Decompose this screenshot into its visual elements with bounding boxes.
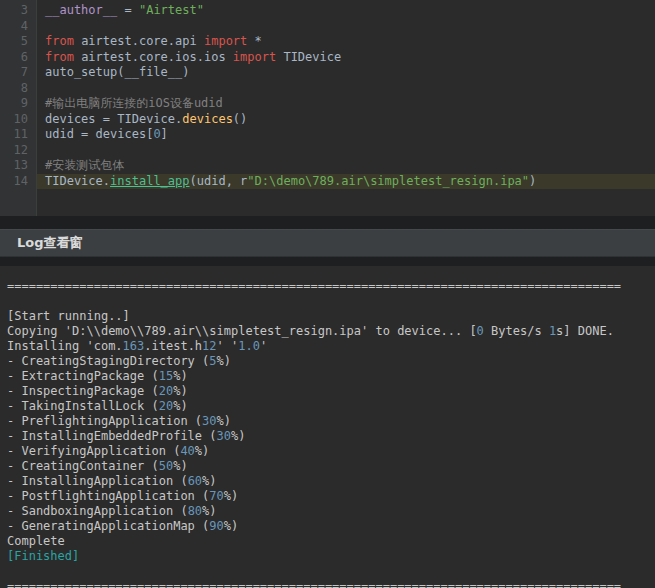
log-token: 30	[202, 414, 216, 428]
log-token: 70	[209, 489, 223, 503]
log-token: %)	[224, 489, 238, 503]
log-token: %)	[195, 444, 209, 458]
log-token: %)	[173, 384, 187, 398]
log-token: '	[260, 339, 267, 353]
log-token: 0	[477, 324, 484, 338]
line-number: 9	[0, 96, 37, 112]
code-token: install_app	[110, 174, 189, 188]
log-token: Copying 'D:\\demo\\789.air\\simpletest_r…	[7, 324, 477, 338]
code-token: TIDevice	[283, 50, 341, 64]
code-token: devices	[182, 112, 233, 126]
line-number: 11	[0, 127, 37, 143]
log-line: Copying 'D:\\demo\\789.air\\simpletest_r…	[7, 324, 655, 339]
log-token: - InstallingApplication (	[7, 474, 188, 488]
log-line: [Start running..]	[7, 309, 655, 324]
log-token: - CreatingContainer (	[7, 459, 159, 473]
log-line	[7, 564, 655, 579]
log-token: - PreflightingApplication (	[7, 414, 202, 428]
code-token: airtest.core.api	[81, 34, 204, 48]
log-token: 12	[202, 339, 216, 353]
code-token: airtest.core.ios.ios	[81, 50, 233, 64]
code-line[interactable]: 9#输出电脑所连接的iOS设备udid	[0, 96, 655, 112]
code-line[interactable]: 3__author__ = "Airtest"	[0, 3, 655, 19]
log-token: 5	[209, 354, 216, 368]
code-token: #安装测试包体	[45, 158, 124, 172]
panel-separator-top	[0, 216, 655, 229]
code-token: #输出电脑所连接的iOS设备udid	[45, 96, 223, 110]
log-output[interactable]: ========================================…	[0, 266, 655, 588]
log-token: 80	[188, 504, 202, 518]
log-line: - InspectingPackage (20%)	[7, 384, 655, 399]
log-token: 30	[217, 429, 231, 443]
code-lines: 3__author__ = "Airtest"45from airtest.co…	[0, 3, 655, 189]
line-number: 12	[0, 143, 37, 159]
code-line[interactable]: 5from airtest.core.api import *	[0, 34, 655, 50]
log-token: .itest.h	[144, 339, 202, 353]
log-line: - SandboxingApplication (80%)	[7, 504, 655, 519]
log-token: 163	[123, 339, 145, 353]
log-token: %)	[217, 354, 231, 368]
log-line: - CreatingContainer (50%)	[7, 459, 655, 474]
code-line[interactable]: 7auto_setup(__file__)	[0, 65, 655, 81]
code-text	[37, 81, 655, 97]
log-token: - CreatingStagingDirectory (	[7, 354, 209, 368]
log-panel-title: Log查看窗	[17, 234, 83, 252]
code-line[interactable]: 6from airtest.core.ios.ios import TIDevi…	[0, 50, 655, 66]
log-line: - GeneratingApplicationMap (90%)	[7, 519, 655, 534]
code-line[interactable]: 12	[0, 143, 655, 159]
line-number: 4	[0, 19, 37, 35]
log-line: - VerifyingApplication (40%)	[7, 444, 655, 459]
code-text: auto_setup(__file__)	[37, 65, 655, 81]
log-token: - InspectingPackage (	[7, 384, 159, 398]
code-token: 0	[153, 127, 160, 141]
log-line: Complete	[7, 534, 655, 549]
line-number: 8	[0, 81, 37, 97]
log-token: %)	[224, 519, 238, 533]
log-token: 15	[159, 369, 173, 383]
log-token: - ExtractingPackage (	[7, 369, 159, 383]
code-token: auto_setup(__file__)	[45, 65, 190, 79]
line-number: 3	[0, 3, 37, 19]
code-token: import	[233, 50, 284, 64]
log-token: - TakingInstallLock (	[7, 399, 159, 413]
log-token: 20	[159, 384, 173, 398]
log-token: %)	[173, 369, 187, 383]
line-number: 7	[0, 65, 37, 81]
code-text: __author__ = "Airtest"	[37, 3, 655, 19]
log-token: %)	[231, 429, 245, 443]
log-token: %)	[173, 399, 187, 413]
log-line: - ExtractingPackage (15%)	[7, 369, 655, 384]
code-line[interactable]: 4	[0, 19, 655, 35]
code-line[interactable]: 8	[0, 81, 655, 97]
log-line: Installing 'com.163.itest.h12' '1.0'	[7, 339, 655, 354]
code-editor[interactable]: 3__author__ = "Airtest"45from airtest.co…	[0, 0, 655, 216]
code-text: TIDevice.install_app(udid, r"D:\demo\789…	[37, 174, 655, 190]
code-text: from airtest.core.api import *	[37, 34, 655, 50]
code-token: __author__	[45, 3, 117, 17]
line-number: 6	[0, 50, 37, 66]
log-token: 60	[188, 474, 202, 488]
line-number: 14	[0, 174, 37, 190]
code-line-current[interactable]: 14TIDevice.install_app(udid, r"D:\demo\7…	[0, 174, 655, 190]
code-token: from	[45, 34, 81, 48]
code-line[interactable]: 10devices = TIDevice.devices()	[0, 112, 655, 128]
log-token: Installing 'com.	[7, 339, 123, 353]
code-text: devices = TIDevice.devices()	[37, 112, 655, 128]
line-number: 10	[0, 112, 37, 128]
code-line[interactable]: 13#安装测试包体	[0, 158, 655, 174]
log-token: 50	[159, 459, 173, 473]
line-number: 5	[0, 34, 37, 50]
log-token: - InstallingEmbeddedProfile (	[7, 429, 217, 443]
log-line: - PreflightingApplication (30%)	[7, 414, 655, 429]
log-token: ' '	[217, 339, 239, 353]
log-token: - VerifyingApplication (	[7, 444, 180, 458]
log-token: %)	[173, 459, 187, 473]
code-token: ()	[233, 112, 247, 126]
code-token: (udid, r	[190, 174, 248, 188]
code-token: "D:\demo\789.air\simpletest_resign.ipa"	[247, 174, 529, 188]
log-token: ========================================…	[7, 579, 621, 588]
log-token: %)	[202, 474, 216, 488]
log-line: - TakingInstallLock (20%)	[7, 399, 655, 414]
log-token: 90	[209, 519, 223, 533]
code-line[interactable]: 11udid = devices[0]	[0, 127, 655, 143]
